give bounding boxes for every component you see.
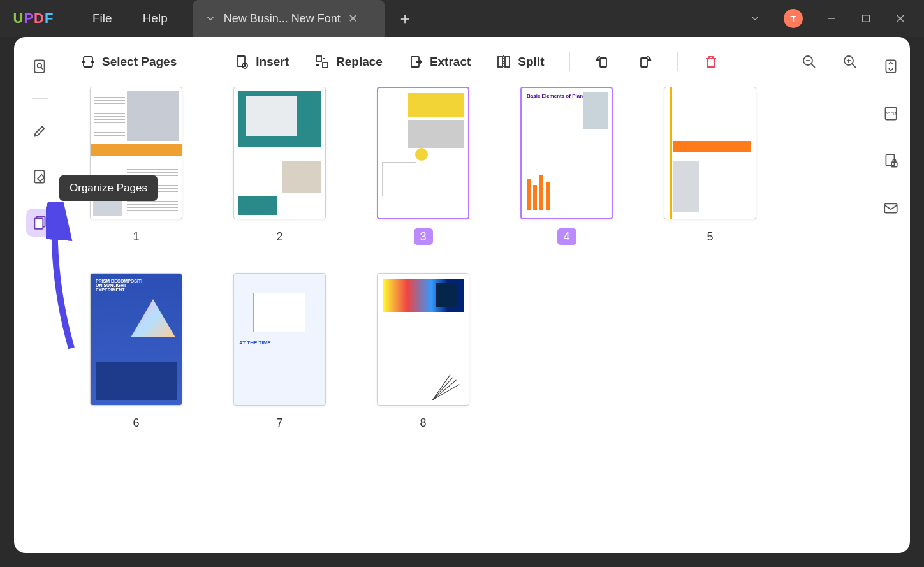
highlighter-icon (32, 122, 48, 139)
select-pages-label: Select Pages (102, 55, 177, 69)
page-number: 6 (127, 415, 146, 431)
page-number: 2 (270, 228, 290, 245)
page-thumbnail[interactable]: 2 (224, 87, 335, 245)
close-window-icon[interactable] (895, 13, 906, 24)
svg-rect-22 (641, 58, 647, 67)
replace-icon (314, 54, 330, 70)
app-logo: UPDF (0, 10, 67, 27)
separator (569, 52, 570, 71)
minimize-icon[interactable] (826, 13, 837, 24)
new-tab-button[interactable]: ＋ (392, 0, 418, 37)
rotate-right-icon (636, 54, 652, 70)
sidebar-convert[interactable] (877, 52, 905, 80)
pages-stack-icon (32, 214, 48, 231)
page-number: 4 (557, 228, 576, 245)
extract-label: Extract (430, 55, 471, 69)
search-page-icon (32, 58, 48, 75)
svg-rect-9 (34, 219, 43, 229)
zoom-in-button[interactable] (842, 54, 858, 70)
page-preview: Basic Elements of Plane Space (520, 87, 613, 219)
page-thumbnail[interactable]: AT THE TIME 7 (224, 273, 335, 431)
workspace: Select Pages Insert Replace Extract Spli… (14, 37, 910, 553)
svg-line-27 (852, 64, 856, 68)
titlebar: UPDF File Help New Busin... New Font ✕ ＋… (0, 0, 924, 37)
svg-rect-1 (863, 15, 870, 22)
page-thumbnail[interactable]: PRISM DECOMPOSITI ON SUNLIGHT EXPERIMENT… (80, 273, 192, 431)
svg-rect-11 (237, 56, 245, 66)
sidebar-comment[interactable] (26, 117, 54, 145)
window-controls: T (749, 9, 924, 28)
close-tab-icon[interactable]: ✕ (348, 11, 358, 26)
edit-page-icon (32, 168, 48, 185)
user-avatar[interactable]: T (784, 9, 803, 28)
replace-button[interactable]: Replace (314, 54, 383, 70)
menu-help[interactable]: Help (143, 11, 168, 26)
insert-button[interactable]: Insert (234, 54, 289, 70)
svg-rect-16 (323, 63, 328, 68)
svg-rect-15 (316, 56, 321, 61)
page-preview (377, 273, 469, 406)
zoom-out-icon (802, 54, 817, 70)
envelope-icon (883, 200, 899, 216)
page-number: 7 (270, 415, 290, 431)
insert-icon (234, 54, 249, 70)
chevron-down-icon[interactable] (749, 13, 761, 24)
page-number: 8 (414, 415, 433, 431)
menu-bar: File Help (67, 11, 168, 26)
page-number: 1 (127, 228, 146, 245)
main-panel: Select Pages Insert Replace Extract Spli… (66, 37, 872, 553)
sidebar-thumbnails[interactable] (26, 52, 54, 80)
pages-grid: 1 2 3 Basic Elements of Plane (80, 87, 858, 431)
convert-icon (883, 58, 899, 75)
sidebar-organize-pages[interactable] (26, 209, 54, 237)
page-thumbnail[interactable]: Basic Elements of Plane Space 4 (511, 87, 622, 245)
svg-text:PDF/A: PDF/A (884, 112, 897, 116)
separator (677, 52, 678, 71)
menu-file[interactable]: File (92, 11, 112, 26)
split-label: Split (518, 55, 544, 69)
pages-grid-container: 1 2 3 Basic Elements of Plane (66, 87, 872, 553)
zoom-out-button[interactable] (802, 54, 817, 70)
svg-rect-10 (84, 57, 92, 67)
organize-toolbar: Select Pages Insert Replace Extract Spli… (66, 37, 872, 87)
page-thumbnail[interactable]: 1 (80, 87, 192, 245)
zoom-in-icon (842, 54, 858, 70)
trash-icon (703, 54, 719, 70)
split-button[interactable]: Split (496, 54, 544, 70)
page-preview: PRISM DECOMPOSITI ON SUNLIGHT EXPERIMENT (90, 273, 182, 406)
page-preview (233, 87, 326, 219)
maximize-icon[interactable] (860, 13, 872, 24)
svg-rect-19 (505, 57, 510, 67)
rotate-right-button[interactable] (636, 54, 652, 70)
lock-page-icon (883, 152, 899, 169)
page-thumbnail[interactable]: 8 (367, 273, 479, 431)
page-thumbnail[interactable]: 5 (654, 87, 766, 245)
page-number: 5 (701, 228, 720, 245)
sidebar-edit[interactable] (26, 163, 54, 191)
extract-button[interactable]: Extract (408, 54, 471, 70)
tab-title: New Busin... New Font (224, 12, 341, 26)
document-tab[interactable]: New Busin... New Font ✕ (193, 0, 385, 37)
svg-rect-35 (884, 204, 897, 213)
page-preview (377, 87, 469, 219)
page-preview (90, 87, 182, 219)
dropdown-icon[interactable] (205, 13, 216, 24)
extract-icon (408, 54, 423, 70)
svg-rect-21 (600, 58, 606, 67)
rotate-left-icon (596, 54, 611, 70)
sidebar-share[interactable] (877, 194, 905, 222)
split-icon (496, 54, 511, 70)
page-thumbnail[interactable]: 3 (367, 87, 479, 245)
select-icon (80, 54, 96, 70)
delete-button[interactable] (703, 54, 719, 70)
svg-rect-4 (34, 60, 44, 73)
rotate-left-button[interactable] (596, 54, 611, 70)
sidebar-pdfa[interactable]: PDF/A (877, 99, 905, 128)
insert-label: Insert (256, 55, 289, 69)
page-preview: AT THE TIME (233, 273, 326, 406)
sidebar-right: PDF/A (872, 37, 910, 553)
pdfa-icon: PDF/A (883, 105, 899, 122)
sidebar-protect[interactable] (877, 147, 905, 175)
svg-rect-18 (498, 57, 502, 67)
select-pages-button[interactable]: Select Pages (80, 54, 177, 70)
